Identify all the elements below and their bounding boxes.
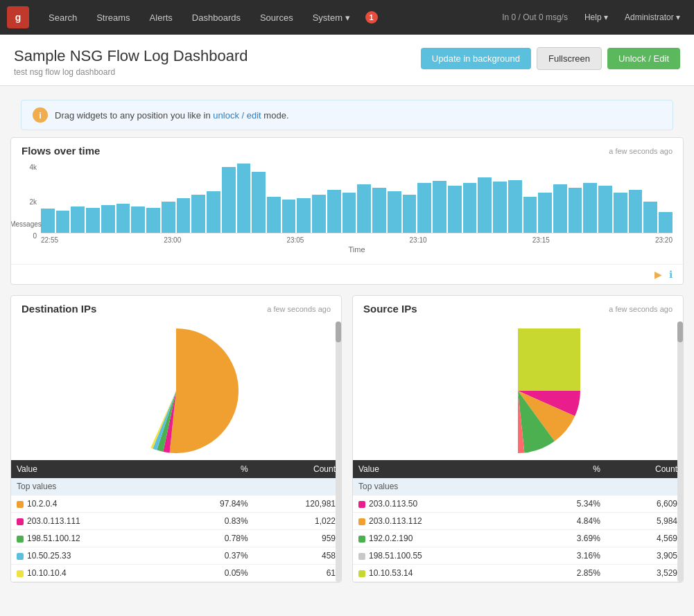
src-scrollbar[interactable] bbox=[677, 322, 683, 582]
table-row: 192.0.2.190 3.69% 4,569 bbox=[353, 530, 683, 547]
x-labels: 22:55 23:00 23:05 23:10 23:15 23:20 bbox=[41, 236, 673, 244]
destination-ips-widget: Destination IPs a few seconds ago bbox=[10, 295, 342, 583]
content: i Drag widgets to any position you like … bbox=[0, 86, 694, 600]
bar bbox=[448, 186, 462, 233]
dest-col-pct: % bbox=[170, 460, 254, 478]
bar bbox=[357, 184, 371, 233]
bar bbox=[569, 188, 582, 233]
dest-scroll-container: Value % Count Top values 10.2.0.4 97.84%… bbox=[11, 322, 341, 582]
src-row-4-value: 10.10.53.14 bbox=[353, 565, 526, 582]
bar bbox=[659, 212, 673, 233]
src-row-3-count: 3,905 bbox=[606, 547, 683, 565]
dest-row-4-pct: 0.05% bbox=[170, 565, 254, 582]
flows-widget-footer: ▶ ℹ bbox=[11, 264, 683, 284]
bar bbox=[41, 209, 55, 233]
table-row: 10.10.53.14 2.85% 3,529 bbox=[353, 565, 683, 582]
bar bbox=[433, 181, 446, 233]
page-subtitle: test nsg flow log dashboard bbox=[14, 67, 248, 77]
src-dot-0 bbox=[358, 501, 365, 508]
bar bbox=[463, 183, 477, 233]
fullscreen-button[interactable]: Fullscreen bbox=[537, 47, 602, 70]
dest-col-value: Value bbox=[11, 460, 170, 478]
dest-row-3-pct: 0.37% bbox=[170, 547, 254, 565]
nav-streams[interactable]: Streams bbox=[87, 0, 139, 35]
flows-widget: Flows over time a few seconds ago 4k 2k … bbox=[10, 137, 684, 285]
nav-alerts[interactable]: Alerts bbox=[140, 0, 182, 35]
nav-system[interactable]: System ▾ bbox=[303, 0, 360, 35]
page-header: Sample NSG Flow Log Dashboard test nsg f… bbox=[0, 35, 694, 86]
bar bbox=[207, 191, 220, 233]
src-row-3-value: 198.51.100.55 bbox=[353, 547, 526, 565]
dest-scrollbar[interactable] bbox=[336, 322, 341, 582]
bar bbox=[237, 164, 251, 233]
dest-row-0-pct: 97.84% bbox=[170, 495, 254, 513]
info-text: Drag widgets to any position you like in… bbox=[55, 110, 289, 121]
src-row-3-pct: 3.16% bbox=[526, 547, 606, 565]
nav-search[interactable]: Search bbox=[39, 0, 87, 35]
src-row-4-count: 3,529 bbox=[606, 565, 683, 582]
dest-row-1-value: 203.0.113.111 bbox=[11, 513, 170, 530]
bar bbox=[86, 208, 100, 233]
bar bbox=[598, 186, 612, 233]
dest-time: a few seconds ago bbox=[267, 305, 331, 313]
nav-admin[interactable]: Administrator ▾ bbox=[618, 0, 687, 35]
bar bbox=[327, 190, 341, 233]
bar bbox=[162, 202, 175, 233]
dest-table: Value % Count Top values 10.2.0.4 97.84%… bbox=[11, 460, 341, 582]
flows-time: a few seconds ago bbox=[609, 147, 673, 155]
bar bbox=[629, 190, 643, 233]
bar bbox=[403, 195, 417, 233]
unlock-edit-link[interactable]: unlock / edit bbox=[213, 110, 261, 121]
src-row-2-pct: 3.69% bbox=[526, 530, 606, 547]
table-row: 203.0.113.111 0.83% 1,022 bbox=[11, 513, 341, 530]
dest-row-2-value: 198.51.100.12 bbox=[11, 530, 170, 547]
table-row: 203.0.113.112 4.84% 5,984 bbox=[353, 513, 683, 530]
bar bbox=[372, 188, 386, 233]
dest-dot-3 bbox=[17, 553, 24, 560]
bar bbox=[643, 202, 657, 233]
unlock-edit-button[interactable]: Unlock / Edit bbox=[607, 48, 680, 69]
info-circle-icon[interactable]: ℹ bbox=[669, 269, 673, 280]
src-row-2-value: 192.0.2.190 bbox=[353, 530, 526, 547]
dest-top-values-row: Top values bbox=[11, 478, 341, 495]
dest-scrollbar-thumb[interactable] bbox=[336, 322, 341, 342]
bar bbox=[478, 177, 492, 233]
nav-dashboards[interactable]: Dashboards bbox=[182, 0, 250, 35]
dest-dot-4 bbox=[17, 570, 24, 577]
bar bbox=[222, 167, 236, 233]
dest-col-count: Count bbox=[254, 460, 341, 478]
src-title: Source IPs bbox=[363, 303, 417, 315]
src-dot-2 bbox=[358, 536, 365, 543]
dest-title: Destination IPs bbox=[21, 303, 96, 315]
bar bbox=[116, 204, 130, 233]
src-col-pct: % bbox=[526, 460, 606, 478]
bar bbox=[177, 198, 191, 233]
src-pie-area bbox=[353, 322, 683, 460]
bar bbox=[267, 197, 281, 233]
nav-sources[interactable]: Sources bbox=[250, 0, 303, 35]
src-row-0-pct: 5.34% bbox=[526, 495, 606, 513]
logo-text: g bbox=[15, 12, 21, 23]
y-label-2k: 2k bbox=[29, 198, 37, 206]
bar bbox=[252, 172, 266, 233]
nav-help[interactable]: Help ▾ bbox=[578, 0, 615, 35]
y-axis-label: Messages bbox=[10, 220, 42, 228]
src-row-1-pct: 4.84% bbox=[526, 513, 606, 530]
src-table: Value % Count Top values 203.0.113.50 5.… bbox=[353, 460, 683, 582]
bar bbox=[523, 197, 537, 233]
logo-icon: g bbox=[7, 6, 29, 28]
src-row-4-pct: 2.85% bbox=[526, 565, 606, 582]
play-icon[interactable]: ▶ bbox=[654, 269, 662, 280]
bar bbox=[583, 183, 597, 233]
src-scrollbar-thumb[interactable] bbox=[677, 322, 683, 342]
bar bbox=[493, 182, 507, 233]
bar bbox=[71, 206, 85, 233]
flows-title: Flows over time bbox=[21, 145, 100, 157]
bar bbox=[282, 200, 296, 233]
y-axis: 4k 2k 0 bbox=[21, 164, 41, 254]
bar bbox=[191, 195, 205, 233]
y-label-4k: 4k bbox=[29, 164, 37, 171]
update-background-button[interactable]: Update in background bbox=[421, 48, 531, 69]
bar bbox=[297, 198, 311, 233]
bar bbox=[553, 184, 567, 233]
